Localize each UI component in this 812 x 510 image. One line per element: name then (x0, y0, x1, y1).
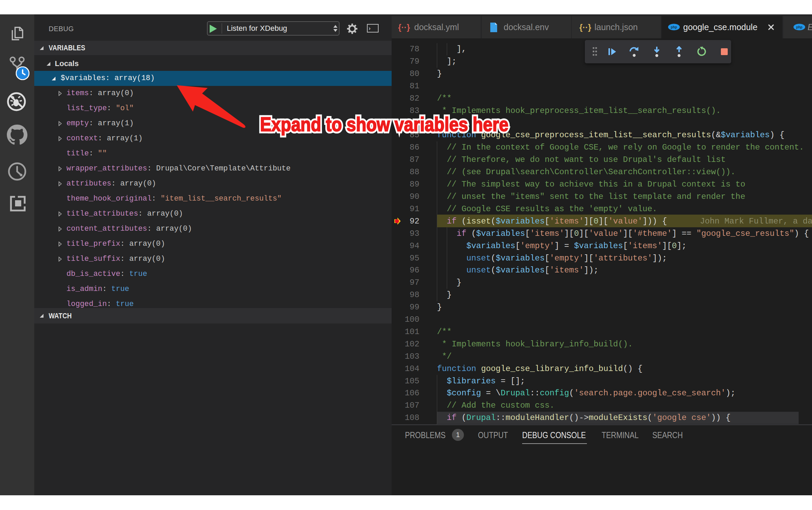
svg-text:php: php (671, 25, 677, 29)
svg-text:php: php (796, 25, 802, 29)
